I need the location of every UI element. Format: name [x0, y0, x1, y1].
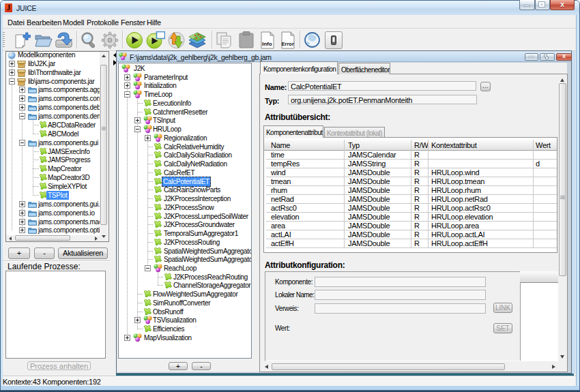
svg-text:Info: Info	[262, 41, 272, 47]
svg-text:Error: Error	[282, 41, 294, 47]
